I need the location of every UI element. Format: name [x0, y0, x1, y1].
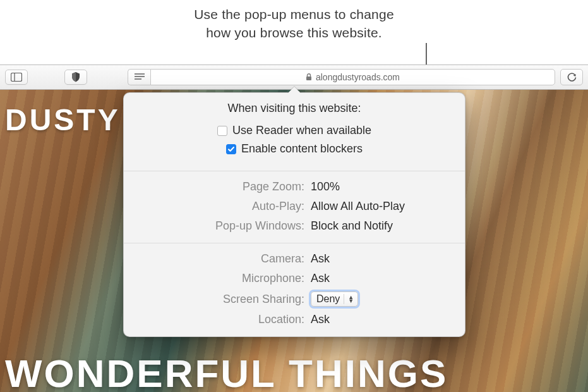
popover-section-permissions: Camera: Ask Microphone: Ask Screen Shari…	[124, 243, 465, 336]
sidebar-icon	[11, 73, 22, 82]
microphone-label: Microphone:	[140, 272, 304, 285]
auto-play-value: Allow All Auto-Play	[311, 200, 405, 212]
hero-text-bottom: WONDERFUL THINGS	[5, 351, 448, 392]
svg-rect-5	[306, 77, 311, 80]
microphone-menu[interactable]: Ask	[311, 272, 448, 285]
annotation-caption: Use the pop-up menus to change how you b…	[0, 5, 588, 42]
location-value: Ask	[311, 313, 330, 326]
content-blockers-checkbox-row[interactable]: Enable content blockers	[140, 142, 448, 156]
reload-button[interactable]	[560, 69, 583, 85]
lock-icon	[306, 73, 312, 81]
screen-sharing-value: Deny	[316, 293, 340, 305]
content-blockers-checkbox[interactable]	[226, 144, 236, 154]
use-reader-checkbox-row[interactable]: Use Reader when available	[140, 124, 448, 137]
popup-windows-menu[interactable]: Block and Notify	[311, 219, 448, 233]
popup-windows-label: Pop-up Windows:	[140, 219, 304, 233]
screen-sharing-label: Screen Sharing:	[140, 293, 304, 306]
popover-title: When visiting this website:	[140, 102, 448, 115]
address-bar[interactable]: alongdustyroads.com	[150, 69, 555, 85]
location-menu[interactable]: Ask	[311, 313, 448, 326]
page-zoom-label: Page Zoom:	[140, 180, 304, 193]
reader-toggle-button[interactable]	[128, 69, 150, 85]
annotation-line-2: how you browse this website.	[206, 25, 382, 40]
browser-toolbar: alongdustyroads.com	[0, 64, 588, 90]
stepper-arrows-icon: ▲▼	[348, 295, 354, 303]
reload-icon	[567, 73, 577, 82]
address-bar-url: alongdustyroads.com	[316, 72, 400, 82]
page-zoom-value: 100%	[311, 180, 340, 193]
sidebar-button[interactable]	[5, 70, 28, 85]
camera-value: Ask	[311, 252, 330, 265]
microphone-value: Ask	[311, 272, 330, 285]
select-separator	[344, 294, 344, 304]
reader-icon	[135, 73, 145, 81]
page-zoom-menu[interactable]: 100%	[311, 180, 448, 193]
address-bar-group: alongdustyroads.com	[128, 69, 583, 85]
use-reader-label: Use Reader when available	[232, 124, 371, 137]
auto-play-menu[interactable]: Allow All Auto-Play	[311, 200, 448, 213]
website-settings-popover: When visiting this website: Use Reader w…	[123, 92, 465, 337]
popover-section-display: Page Zoom: 100% Auto-Play: Allow All Aut…	[124, 171, 465, 243]
content-blockers-label: Enable content blockers	[241, 142, 363, 156]
popover-section-general: When visiting this website: Use Reader w…	[124, 93, 465, 171]
privacy-report-button[interactable]	[64, 70, 87, 85]
svg-rect-0	[11, 73, 22, 82]
annotation-line-1: Use the pop-up menus to change	[194, 7, 394, 21]
camera-label: Camera:	[140, 252, 304, 266]
popup-windows-value: Block and Notify	[311, 219, 393, 232]
location-label: Location:	[140, 313, 304, 326]
checkmark-icon	[227, 145, 235, 153]
auto-play-label: Auto-Play:	[140, 200, 304, 213]
shield-icon	[71, 72, 80, 82]
camera-menu[interactable]: Ask	[311, 252, 448, 266]
use-reader-checkbox[interactable]	[217, 126, 227, 136]
screen-sharing-select[interactable]: Deny ▲▼	[311, 291, 358, 307]
